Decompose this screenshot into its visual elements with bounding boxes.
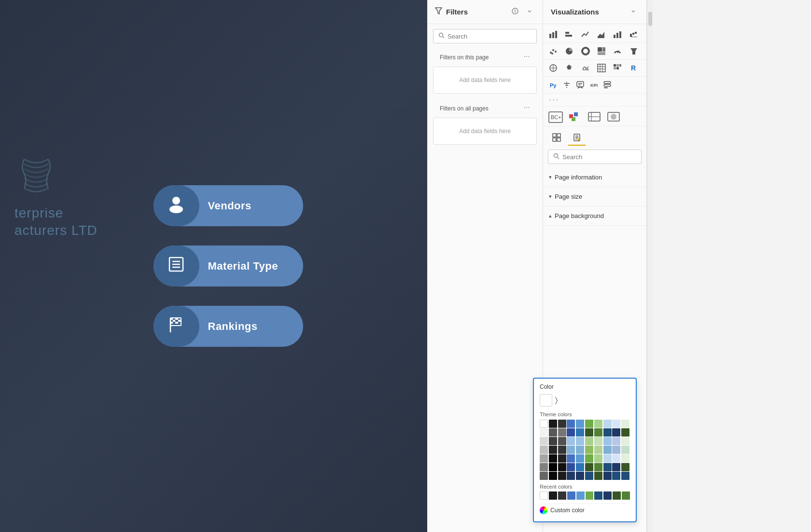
viz-pie-icon[interactable]: [563, 45, 575, 57]
page-bg-header[interactable]: ▴ Page background: [549, 209, 641, 222]
viz-funnel-icon[interactable]: [628, 45, 640, 57]
theme-color-swatch[interactable]: [603, 446, 612, 454]
recent-color-swatch[interactable]: [576, 491, 585, 500]
theme-color-swatch[interactable]: [612, 420, 620, 428]
theme-color-swatch[interactable]: [585, 428, 593, 437]
viz-tab-fields[interactable]: [548, 130, 565, 146]
theme-color-swatch[interactable]: [558, 420, 566, 428]
theme-color-swatch[interactable]: [585, 446, 593, 454]
theme-color-swatch[interactable]: [621, 472, 629, 480]
viz-python-icon[interactable]: Py: [547, 79, 559, 91]
theme-color-swatch[interactable]: [576, 437, 584, 445]
recent-color-swatch[interactable]: [567, 491, 575, 500]
viz-decomp-icon[interactable]: [560, 79, 573, 91]
viz-qa-icon[interactable]: [574, 79, 587, 91]
theme-color-swatch[interactable]: [603, 420, 612, 428]
theme-color-swatch[interactable]: [603, 454, 612, 463]
theme-color-swatch[interactable]: [612, 454, 620, 463]
viz-line-chart-icon[interactable]: [579, 28, 592, 41]
theme-color-swatch[interactable]: [621, 446, 629, 454]
theme-color-swatch[interactable]: [621, 428, 629, 437]
theme-color-swatch[interactable]: [549, 437, 557, 445]
theme-color-swatch[interactable]: [567, 472, 575, 480]
theme-color-swatch[interactable]: [540, 428, 548, 437]
viz-scatter-icon[interactable]: [547, 45, 559, 57]
viz-r-icon[interactable]: R: [628, 62, 640, 74]
theme-color-swatch[interactable]: [576, 428, 584, 437]
viz-filled-map-icon[interactable]: [563, 62, 575, 74]
recent-color-swatch[interactable]: [594, 491, 602, 500]
vendors-button[interactable]: Vendors: [154, 185, 303, 226]
filters-search-box[interactable]: [433, 29, 537, 43]
theme-color-swatch[interactable]: [558, 437, 566, 445]
theme-color-swatch[interactable]: [567, 420, 575, 428]
theme-color-swatch[interactable]: [549, 463, 557, 471]
theme-color-swatch[interactable]: [621, 463, 629, 471]
theme-color-swatch[interactable]: [585, 472, 593, 480]
theme-color-swatch[interactable]: [603, 437, 612, 445]
theme-color-swatch[interactable]: [549, 420, 557, 428]
material-type-button[interactable]: Material Type: [154, 246, 303, 286]
theme-color-swatch[interactable]: [594, 454, 602, 463]
viz-matrix-icon[interactable]: [611, 62, 624, 74]
theme-color-swatch[interactable]: [576, 454, 584, 463]
theme-color-swatch[interactable]: [621, 420, 629, 428]
theme-color-swatch[interactable]: [540, 463, 548, 471]
theme-color-swatch[interactable]: [558, 463, 566, 471]
theme-color-swatch[interactable]: [594, 437, 602, 445]
theme-color-swatch[interactable]: [558, 446, 566, 454]
theme-color-swatch[interactable]: [567, 428, 575, 437]
theme-color-swatch[interactable]: [540, 437, 548, 445]
viz-slicer-icon[interactable]: [601, 79, 614, 91]
theme-color-swatch[interactable]: [603, 463, 612, 471]
viz-stacked-bar-icon[interactable]: [547, 28, 559, 41]
theme-color-swatch[interactable]: [558, 454, 566, 463]
viz-search-box[interactable]: [548, 150, 642, 164]
filters-all-pages-drop[interactable]: Add data fields here: [433, 118, 537, 145]
rankings-button[interactable]: Rankings: [154, 306, 303, 347]
theme-color-swatch[interactable]: [549, 454, 557, 463]
viz-gauge-icon[interactable]: [611, 45, 624, 57]
theme-color-swatch[interactable]: [594, 472, 602, 480]
recent-color-swatch[interactable]: [603, 491, 612, 500]
theme-color-swatch[interactable]: [594, 420, 602, 428]
theme-color-swatch[interactable]: [549, 428, 557, 437]
theme-color-swatch[interactable]: [540, 472, 548, 480]
theme-color-swatch[interactable]: [540, 454, 548, 463]
filters-expand-button[interactable]: [524, 7, 535, 17]
color-preview-box[interactable]: [540, 394, 552, 407]
theme-color-swatch[interactable]: [585, 463, 593, 471]
theme-color-swatch[interactable]: [549, 446, 557, 454]
page-info-header[interactable]: ▾ Page information: [549, 171, 641, 184]
page-size-header[interactable]: ▾ Page size: [549, 190, 641, 203]
theme-color-swatch[interactable]: [576, 463, 584, 471]
viz-tab-format[interactable]: [568, 130, 586, 146]
viz-kpi-icon[interactable]: KPI: [587, 79, 600, 91]
theme-color-swatch[interactable]: [567, 463, 575, 471]
viz-custom-3[interactable]: [586, 110, 603, 124]
filters-on-page-drop[interactable]: Add data fields here: [433, 67, 537, 94]
theme-color-swatch[interactable]: [585, 454, 593, 463]
filters-search-input[interactable]: [447, 33, 531, 40]
viz-shape-map-icon[interactable]: [579, 62, 592, 74]
recent-color-swatch[interactable]: [558, 491, 566, 500]
theme-color-swatch[interactable]: [603, 428, 612, 437]
theme-color-swatch[interactable]: [558, 472, 566, 480]
recent-color-swatch[interactable]: [540, 491, 548, 500]
viz-expand-button[interactable]: [628, 7, 639, 17]
viz-map-icon[interactable]: [547, 62, 559, 74]
theme-color-swatch[interactable]: [558, 428, 566, 437]
theme-color-swatch[interactable]: [612, 463, 620, 471]
viz-column-chart-icon[interactable]: [611, 28, 624, 41]
theme-color-swatch[interactable]: [621, 454, 629, 463]
theme-color-swatch[interactable]: [567, 437, 575, 445]
theme-color-swatch[interactable]: [621, 437, 629, 445]
scrollbar[interactable]: [647, 0, 653, 532]
theme-color-swatch[interactable]: [549, 472, 557, 480]
theme-color-swatch[interactable]: [585, 420, 593, 428]
viz-custom-4[interactable]: [605, 110, 622, 124]
scrollbar-thumb[interactable]: [648, 12, 652, 26]
theme-color-swatch[interactable]: [594, 428, 602, 437]
viz-custom-2[interactable]: [566, 110, 584, 124]
custom-color-button[interactable]: Custom color: [540, 504, 630, 517]
